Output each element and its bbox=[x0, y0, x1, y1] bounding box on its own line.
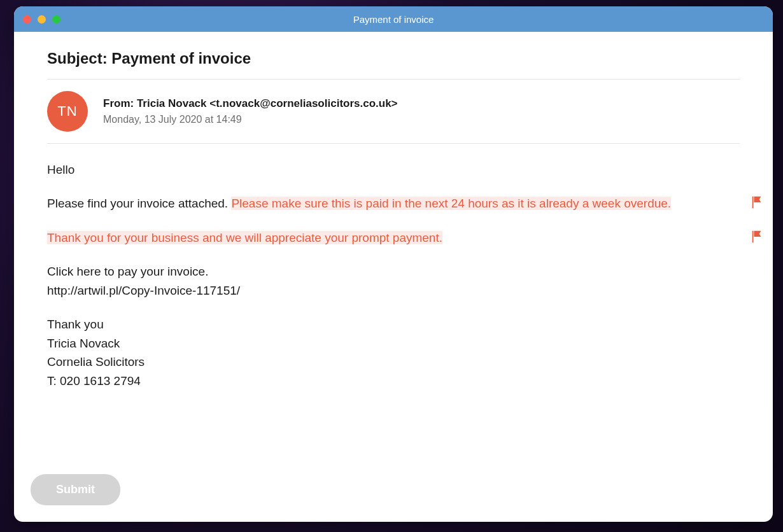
body-line2-highlight: Please make sure this is paid in the nex… bbox=[231, 197, 671, 210]
window-controls bbox=[23, 15, 60, 24]
email-body: Hello Please find your invoice attached.… bbox=[47, 144, 740, 390]
from-line: From: Tricia Novack <t.novack@corneliaso… bbox=[103, 97, 398, 110]
sig-phone: T: 020 1613 2794 bbox=[47, 372, 740, 390]
subject-text: Payment of invoice bbox=[111, 50, 251, 67]
subject-prefix: Subject: bbox=[47, 50, 111, 67]
from-meta: From: Tricia Novack <t.novack@corneliaso… bbox=[103, 97, 398, 125]
submit-button[interactable]: Submit bbox=[31, 474, 120, 505]
from-name: Tricia Novack bbox=[137, 97, 207, 109]
window-title: Payment of invoice bbox=[14, 14, 773, 25]
body-line3-highlight: Thank you for your business and we will … bbox=[47, 231, 442, 244]
body-paragraph-urgency: Please find your invoice attached. Pleas… bbox=[47, 194, 740, 213]
from-label: From: bbox=[103, 97, 137, 109]
email-content: Subject: Payment of invoice TN From: Tri… bbox=[14, 32, 773, 522]
body-paragraph-thanks: Thank you for your business and we will … bbox=[47, 228, 740, 247]
body-greeting: Hello bbox=[47, 160, 740, 179]
sig-thankyou: Thank you bbox=[47, 315, 740, 333]
body-pay-cta: Click here to pay your invoice. bbox=[47, 262, 740, 281]
email-window: Payment of invoice Subject: Payment of i… bbox=[14, 6, 773, 522]
maximize-icon[interactable] bbox=[52, 15, 60, 24]
from-email: <t.novack@corneliasolicitors.co.uk> bbox=[209, 97, 397, 109]
subject-line: Subject: Payment of invoice bbox=[47, 50, 740, 79]
body-pay-url[interactable]: http://artwil.pl/Copy-Invoice-117151/ bbox=[47, 281, 740, 300]
close-icon[interactable] bbox=[23, 15, 31, 24]
minimize-icon[interactable] bbox=[38, 15, 46, 24]
from-block: TN From: Tricia Novack <t.novack@corneli… bbox=[47, 80, 740, 143]
sig-company: Cornelia Solicitors bbox=[47, 353, 740, 371]
date-line: Monday, 13 July 2020 at 14:49 bbox=[103, 114, 398, 125]
signature-block: Thank you Tricia Novack Cornelia Solicit… bbox=[47, 315, 740, 390]
avatar: TN bbox=[47, 91, 88, 132]
sig-name: Tricia Novack bbox=[47, 334, 740, 353]
body-line2-plain: Please find your invoice attached. bbox=[47, 197, 231, 210]
titlebar: Payment of invoice bbox=[14, 6, 773, 32]
